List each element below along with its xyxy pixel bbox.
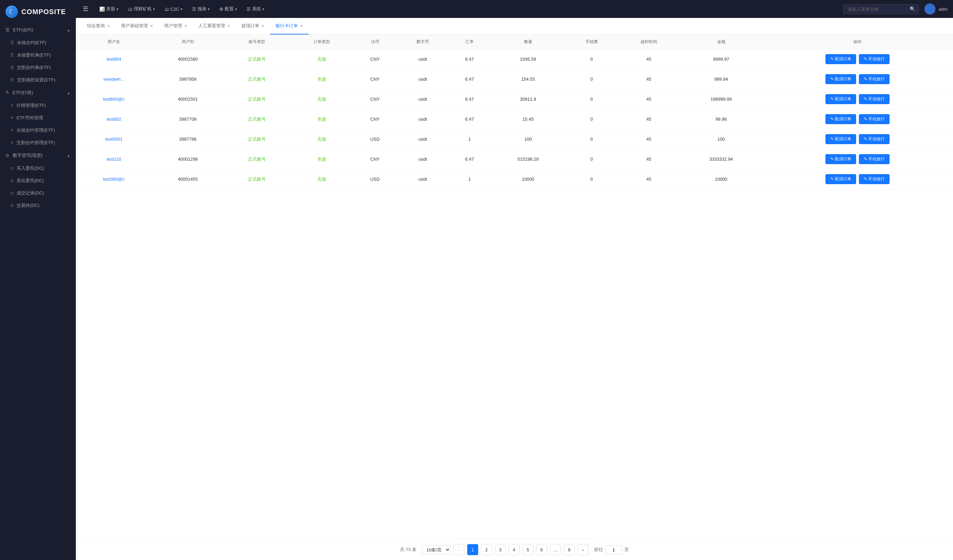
nav-item-system[interactable]: ☰ 系统 ▾ — [242, 4, 268, 14]
sidebar-item-label: 交割场控设置(ETF) — [17, 77, 55, 83]
config-icon: ⚙ — [219, 6, 224, 12]
sidebar-item-buy-commission-dc[interactable]: ⊙ 买入委托(DC) — [0, 162, 76, 174]
system-icon: ☰ — [247, 6, 251, 12]
nav-item-wealth-mining[interactable]: 🗂 理财矿机 ▾ — [124, 4, 159, 14]
prev-page-button[interactable]: ‹ — [453, 544, 464, 555]
cell-action: ✎ 取消订单 ✎ 手动放行 — [762, 169, 953, 189]
sidebar-item-perpetual-contract-etf[interactable]: ☰ 永续合约(ETF) — [0, 37, 76, 49]
tab-withdraw-order[interactable]: 提现订单 ✕ — [236, 18, 270, 34]
manual-release-button[interactable]: ✎ 手动放行 — [859, 94, 889, 104]
username-link[interactable]: test600@c — [103, 96, 124, 102]
cell-rate: 1 — [449, 129, 490, 149]
cancel-order-button[interactable]: ✎ 取消订单 — [826, 154, 856, 164]
sidebar-item-perpetual-manage-etf[interactable]: ✎ 永续合约管理(ETF) — [0, 124, 76, 137]
page-8-button[interactable]: 8 — [564, 544, 575, 555]
cancel-order-button[interactable]: ✎ 取消订单 — [826, 134, 856, 144]
cancel-order-button[interactable]: ✎ 取消订单 — [826, 174, 856, 184]
username-link[interactable]: test002 — [107, 116, 121, 122]
page-3-button[interactable]: 3 — [495, 544, 506, 555]
nav-item-config[interactable]: ⚙ 配置 ▾ — [215, 4, 241, 14]
sidebar-item-etf-pair-manage[interactable]: ✎ ETF币对管理 — [0, 112, 76, 124]
username-link[interactable]: wxedwin... — [104, 76, 124, 82]
etf-contract-label: ☰ ETF(合约) — [6, 27, 33, 33]
manual-release-button[interactable]: ✎ 手动放行 — [859, 114, 889, 124]
username-link[interactable]: test0001 — [105, 137, 123, 142]
cell-account-type: 正式账号 — [224, 49, 290, 69]
sidebar-item-label: 卖出委托(DC) — [17, 178, 44, 184]
tab-close-icon[interactable]: ✕ — [227, 24, 230, 28]
manual-release-button[interactable]: ✎ 手动放行 — [859, 154, 889, 164]
manual-release-button[interactable]: ✎ 手动放行 — [859, 54, 889, 64]
sidebar-item-cross-contract-etf[interactable]: ☰ 交割合约单(ETF) — [0, 61, 76, 74]
tab-user-manage[interactable]: 用户管理 ✕ — [158, 18, 193, 34]
chevron-down-icon: ▾ — [262, 7, 264, 11]
tab-comprehensive[interactable]: 综合查询 ✕ — [81, 18, 115, 34]
sidebar-group-etf-market[interactable]: ✎ ETF(行情) ▲ — [0, 86, 76, 99]
cell-fiat: CNY — [353, 69, 397, 89]
order-type-badge: 充值 — [317, 116, 326, 122]
tab-label: 综合查询 — [87, 23, 105, 29]
nav-item-us-stock[interactable]: 📊 美股 ▾ — [95, 4, 123, 14]
action-buttons: ✎ 取消订单 ✎ 手动放行 — [765, 54, 950, 64]
cell-timeout: 45 — [618, 149, 680, 169]
page-6-button[interactable]: 6 — [536, 544, 547, 555]
manual-release-button[interactable]: ✎ 手动放行 — [859, 134, 889, 144]
username-link[interactable]: test110 — [107, 157, 121, 162]
goto-input[interactable] — [605, 546, 622, 554]
cell-crypto: usdt — [397, 109, 449, 129]
account-type-badge: 正式账号 — [248, 177, 266, 182]
cell-account-type: 正式账号 — [224, 129, 290, 149]
sidebar-item-market-manage-etf[interactable]: ✎ 行情管理(ETF) — [0, 99, 76, 112]
cell-username: test600@c — [76, 89, 152, 109]
page-4-button[interactable]: 4 — [509, 544, 520, 555]
search-input[interactable] — [843, 4, 919, 14]
sidebar-item-cross-manage-etf[interactable]: ✎ 交割合约管理(ETF) — [0, 137, 76, 149]
cancel-order-button[interactable]: ✎ 取消订单 — [826, 54, 856, 64]
tab-close-icon[interactable]: ✕ — [107, 24, 110, 28]
sidebar-item-label: 永续委托单(ETF) — [17, 52, 51, 58]
page-2-button[interactable]: 2 — [481, 544, 492, 555]
tab-close-icon[interactable]: ✕ — [261, 24, 264, 28]
chevron-down-icon: ▾ — [181, 7, 182, 11]
table-row: wxedwin... 3987958 正式账号 充值 CNY usdt 6.47… — [76, 69, 953, 89]
cell-total: 9999.97 — [680, 49, 762, 69]
cancel-order-button[interactable]: ✎ 取消订单 — [826, 114, 856, 124]
username-link[interactable]: test300@c — [103, 177, 124, 182]
manual-release-button[interactable]: ✎ 手动放行 — [859, 174, 889, 184]
bank-order-table: 用户名 用户ID 账号类型 订单类型 法币 数字币 汇率 数量 手续费 超时时间… — [76, 35, 953, 189]
username-link[interactable]: test904 — [107, 57, 121, 62]
tab-close-icon[interactable]: ✕ — [150, 24, 153, 28]
sidebar-group-etf-contract[interactable]: ☰ ETF(合约) ▲ — [0, 23, 76, 37]
sidebar-item-trade-pair-dc[interactable]: ⊙ 交易对(DC) — [0, 199, 76, 212]
tab-user-basic[interactable]: 用户基础管理 ✕ — [115, 18, 158, 34]
sidebar-item-sell-commission-dc[interactable]: ⊙ 卖出委托(DC) — [0, 174, 76, 187]
cancel-order-button[interactable]: ✎ 取消订单 — [826, 74, 856, 84]
action-buttons: ✎ 取消订单 ✎ 手动放行 — [765, 174, 950, 184]
cancel-order-button[interactable]: ✎ 取消订单 — [826, 94, 856, 104]
sidebar-item-trade-record-dc[interactable]: ⊙ 成交记录(DC) — [0, 187, 76, 199]
topnav: ☰ 📊 美股 ▾ 🗂 理财矿机 ▾ 🗂 C2C ▾ ☰ 报表 ▾ ⚙ 配置 ▾ … — [76, 0, 953, 18]
username-label[interactable]: adm — [939, 6, 947, 12]
sidebar-item-cross-risk-etf[interactable]: ☰ 交割场控设置(ETF) — [0, 74, 76, 86]
nav-item-report[interactable]: ☰ 报表 ▾ — [188, 4, 214, 14]
sidebar-item-perpetual-commission-etf[interactable]: ☰ 永续委托单(ETF) — [0, 49, 76, 61]
avatar[interactable]: 👤 — [924, 3, 936, 14]
goto-prefix: 前往 — [594, 546, 603, 553]
page-5-button[interactable]: 5 — [522, 544, 533, 555]
page-size-select[interactable]: 10条/页 20条/页 50条/页 — [422, 545, 451, 554]
tab-close-icon[interactable]: ✕ — [300, 24, 303, 28]
page-1-button[interactable]: 1 — [467, 544, 478, 555]
hamburger-button[interactable]: ☰ — [81, 4, 90, 14]
page-goto: 前往 页 — [594, 546, 629, 554]
tab-bank-order[interactable]: 银行卡订单 ✕ — [270, 18, 309, 34]
sidebar-group-digital-spot[interactable]: ⊙ 数字货币(现货) ▲ — [0, 149, 76, 162]
item-icon: ⊙ — [10, 166, 14, 171]
tab-close-icon[interactable]: ✕ — [184, 24, 187, 28]
group-icon: ☰ — [6, 27, 10, 33]
manual-release-button[interactable]: ✎ 手动放行 — [859, 74, 889, 84]
tab-manual-reset[interactable]: 人工重置管理 ✕ — [193, 18, 236, 34]
next-page-button[interactable]: › — [577, 544, 588, 555]
cell-rate: 6.47 — [449, 49, 490, 69]
cell-order-type: 充值 — [290, 49, 353, 69]
nav-item-c2c[interactable]: 🗂 C2C ▾ — [160, 5, 186, 14]
